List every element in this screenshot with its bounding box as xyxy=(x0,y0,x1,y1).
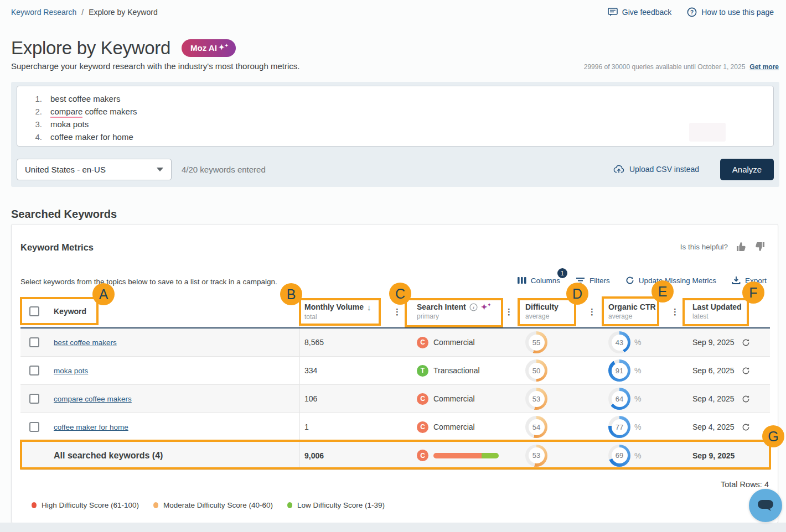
breadcrumb-parent-link[interactable]: Keyword Research xyxy=(11,8,76,17)
monthly-volume-value: 1 xyxy=(299,413,404,441)
high-difficulty-dot xyxy=(32,502,37,508)
total-rows-text: Total Rows: 4 xyxy=(721,480,769,489)
summary-volume: 9,006 xyxy=(299,441,404,470)
organic-ctr-column-header[interactable]: Organic CTR xyxy=(608,302,656,311)
export-button[interactable]: Export xyxy=(732,276,767,285)
intent-badge: C xyxy=(417,421,428,433)
chat-widget-button[interactable] xyxy=(749,489,782,522)
thumbs-down-icon[interactable] xyxy=(754,241,766,252)
keyword-link[interactable]: compare coffee makers xyxy=(54,395,132,403)
keyword-link[interactable]: best coffee makers xyxy=(54,338,117,347)
keyword-link[interactable]: coffee maker for home xyxy=(54,423,128,431)
update-missing-metrics-label: Update Missing Metrics xyxy=(639,277,716,285)
feedback-icon xyxy=(608,8,618,17)
upload-csv-link[interactable]: Upload CSV instead xyxy=(613,164,699,174)
percent-sign: % xyxy=(634,338,641,347)
intent-badge: C xyxy=(417,393,428,405)
columns-button[interactable]: Columns 1 xyxy=(518,277,560,285)
row-checkbox[interactable] xyxy=(29,366,39,375)
monthly-volume-column-header[interactable]: Monthly Volume↓ xyxy=(304,302,371,312)
columns-icon xyxy=(518,277,526,284)
intent-label: Commercial xyxy=(433,394,475,403)
monthly-volume-value: 106 xyxy=(299,385,404,413)
select-all-checkbox[interactable] xyxy=(29,306,39,316)
intent-label: Commercial xyxy=(433,338,475,347)
refresh-row-icon[interactable] xyxy=(742,338,750,347)
page-bottom-strip xyxy=(0,523,786,532)
keyword-metrics-table: Keyword Monthly Volume↓ total ⋮ Search I… xyxy=(20,295,770,470)
export-label: Export xyxy=(745,277,767,285)
legend-item-high: High Difficulty Score (61-100) xyxy=(32,501,139,509)
legend-item-low: Low Difficulty Score (1-39) xyxy=(287,501,385,509)
difficulty-legend: High Difficulty Score (61-100) Moderate … xyxy=(32,501,385,509)
spellcheck-underlined-word: compare xyxy=(50,107,82,118)
column-menu-icon[interactable]: ⋮ xyxy=(505,307,513,316)
keyword-count-text: 4/20 keywords entered xyxy=(182,165,266,174)
analyze-button[interactable]: Analyze xyxy=(720,159,774,180)
percent-sign: % xyxy=(634,451,641,460)
moz-ai-badge-label: Moz AI xyxy=(190,43,217,53)
locale-select[interactable]: United States - en-US xyxy=(17,159,172,180)
row-checkbox[interactable] xyxy=(29,422,39,432)
refresh-row-icon[interactable] xyxy=(742,367,750,375)
page-title: Explore by Keyword xyxy=(11,38,170,59)
give-feedback-link[interactable]: Give feedback xyxy=(608,8,672,17)
how-to-use-label: How to use this page xyxy=(701,8,774,17)
column-menu-icon[interactable]: ⋮ xyxy=(588,307,596,316)
breadcrumb: Keyword Research / Explore by Keyword Gi… xyxy=(11,7,774,17)
sparkle-icon: ✦✦ xyxy=(219,43,229,51)
breadcrumb-current: Explore by Keyword xyxy=(89,8,158,17)
column-menu-icon[interactable]: ⋮ xyxy=(393,307,401,316)
last-updated-value: Sep 4, 2025 xyxy=(692,423,735,431)
ctr-gauge: 91 xyxy=(608,359,630,382)
intent-label: Commercial xyxy=(433,423,475,431)
info-icon[interactable]: i xyxy=(469,303,478,311)
table-row: coffee maker for home 1 C Commercial 54 … xyxy=(20,413,770,441)
refresh-row-icon[interactable] xyxy=(742,395,750,403)
difficulty-gauge: 53 xyxy=(525,388,547,410)
difficulty-gauge: 54 xyxy=(525,416,547,438)
breadcrumb-separator: / xyxy=(81,8,84,17)
sort-descending-icon[interactable]: ↓ xyxy=(367,302,371,312)
keyword-textarea[interactable]: 1. best coffee makers 2. compare coffee … xyxy=(17,86,774,147)
refresh-row-icon[interactable] xyxy=(742,423,750,431)
intent-badge: C xyxy=(417,450,428,461)
columns-count-badge: 1 xyxy=(557,268,567,278)
keyword-entry: 1. best coffee makers xyxy=(17,92,773,105)
get-more-link[interactable]: Get more xyxy=(749,63,779,71)
ctr-gauge: 43 xyxy=(608,331,630,353)
last-updated-value: Sep 9, 2025 xyxy=(692,338,735,347)
keyword-entry-text: coffee maker for home xyxy=(50,132,133,142)
ai-sparkle-icon: ✦✦ xyxy=(481,302,491,311)
search-intent-column-header[interactable]: Search Intent i ✦✦ xyxy=(417,302,491,311)
column-menu-icon[interactable]: ⋮ xyxy=(671,307,679,316)
difficulty-subheader: average xyxy=(525,312,559,320)
filters-label: Filters xyxy=(590,277,610,285)
difficulty-column-header[interactable]: Difficulty xyxy=(525,302,559,311)
ctr-gauge: 64 xyxy=(608,388,630,410)
thumbs-up-icon[interactable] xyxy=(736,241,747,252)
monthly-volume-value: 334 xyxy=(299,357,404,384)
how-to-use-link[interactable]: ? How to use this page xyxy=(687,7,774,17)
chat-bubble-icon xyxy=(756,498,775,513)
ctr-gauge: 69 xyxy=(608,445,630,467)
difficulty-gauge: 50 xyxy=(525,359,547,382)
row-checkbox[interactable] xyxy=(29,394,39,404)
upload-csv-label: Upload CSV instead xyxy=(629,165,699,174)
svg-text:?: ? xyxy=(690,9,694,15)
is-this-helpful-label: Is this helpful? xyxy=(680,243,728,251)
filters-button[interactable]: Filters xyxy=(576,277,610,285)
row-checkbox[interactable] xyxy=(29,337,39,347)
keyword-link[interactable]: moka pots xyxy=(54,367,88,375)
download-icon xyxy=(732,276,741,285)
keyword-entry-number: 4. xyxy=(17,132,50,142)
last-updated-column-header[interactable]: Last Updated xyxy=(692,302,742,311)
give-feedback-label: Give feedback xyxy=(622,8,672,17)
svg-text:i: i xyxy=(473,305,474,310)
update-missing-metrics-button[interactable]: Update Missing Metrics xyxy=(625,276,716,285)
keyword-column-header[interactable]: Keyword xyxy=(54,307,86,316)
percent-sign: % xyxy=(634,366,641,375)
card-subtitle: Select keywords from the topics below to… xyxy=(20,278,277,286)
search-intent-subheader: primary xyxy=(417,312,491,320)
difficulty-gauge: 53 xyxy=(525,445,547,467)
